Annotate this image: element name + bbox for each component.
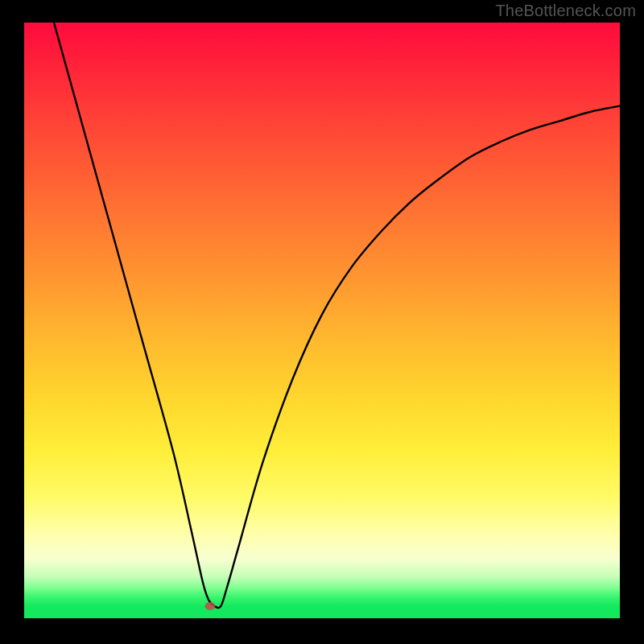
- watermark-label: TheBottleneck.com: [495, 2, 636, 20]
- bottleneck-curve: [24, 23, 620, 618]
- plot-area: [24, 23, 620, 618]
- chart-frame: TheBottleneck.com: [0, 0, 644, 644]
- optimal-point-marker: [204, 602, 215, 610]
